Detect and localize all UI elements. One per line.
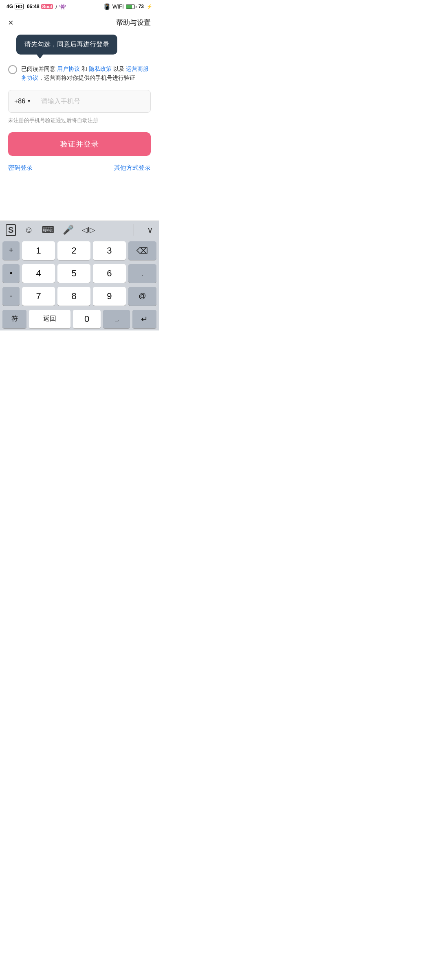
agreement-and1: 和 [80,66,89,72]
time: 06:48 [27,4,40,9]
keyboard: + 1 2 3 ⌫ • 4 5 6 . - 7 8 9 @ 符 返回 0 ⎵ ↵ [0,239,159,330]
key-1[interactable]: 1 [22,241,55,260]
toolbar-separator [134,224,134,236]
key-7[interactable]: 7 [22,287,55,306]
agreement-suffix: ，运营商将对你提供的手机号进行验证 [38,74,135,81]
emoji-icon[interactable]: ☺ [24,225,33,235]
key-3[interactable]: 3 [93,241,126,260]
input-divider [36,96,36,106]
agreement-text: 已阅读并同意 用户协议 和 隐私政策 以及 运营商服务协议，运营商将对你提供的手… [21,64,151,83]
key-back[interactable]: 返回 [29,310,70,328]
status-right: 📳 WiFi 73 ⚡ [103,3,152,10]
dropdown-arrow-icon: ▼ [27,99,31,103]
password-login-link[interactable]: 密码登录 [8,164,33,172]
phone-input-wrapper: +86 ▼ [8,90,151,113]
charging-icon: ⚡ [147,4,152,9]
other-login-link[interactable]: 其他方式登录 [114,164,151,172]
country-code-value: +86 [14,98,25,105]
settings-label: 帮助与设置 [116,18,151,27]
agreement-and2: 以及 [112,66,126,72]
top-nav: × 帮助与设置 [0,12,159,31]
agreement-checkbox[interactable] [8,65,17,74]
cursor-icon[interactable]: ◁I▷ [82,225,95,234]
country-code-selector[interactable]: +86 ▼ [14,98,31,105]
microphone-icon[interactable]: 🎤 [63,225,74,235]
key-4[interactable]: 4 [22,264,55,283]
agreement-prefix: 已阅读并同意 [21,66,57,72]
keyboard-toolbar: S ☺ ⌨ 🎤 ◁I▷ ∨ [0,221,159,239]
keyboard-row-3: - 7 8 9 @ [0,285,159,308]
user-agreement-link[interactable]: 用户协议 [57,66,80,72]
keyboard-row-1: + 1 2 3 ⌫ [0,239,159,262]
privacy-policy-link[interactable]: 隐私政策 [89,66,112,72]
keyboard-icon[interactable]: ⌨ [42,225,55,235]
bottom-links: 密码登录 其他方式登录 [0,164,159,172]
close-button[interactable]: × [8,18,13,27]
key-dot[interactable]: • [2,264,20,283]
signal-icon: 4G [7,4,13,9]
key-plus[interactable]: + [2,241,20,260]
key-backspace[interactable]: ⌫ [128,241,156,260]
verify-login-button[interactable]: 验证并登录 [8,132,151,156]
soul-icon: Soul [41,4,53,9]
music-icon: ♪ [55,3,57,10]
discord-icon: 👾 [59,3,66,10]
hd-icon: HD [15,4,24,9]
spacer [0,172,159,221]
key-2[interactable]: 2 [57,241,90,260]
key-6[interactable]: 6 [93,264,126,283]
key-at[interactable]: @ [128,287,156,306]
battery-percent: 73 [139,4,144,9]
battery-icon [126,4,136,9]
phone-number-input[interactable] [41,98,145,105]
agreement-row: 已阅读并同意 用户协议 和 隐私政策 以及 运营商服务协议，运营商将对你提供的手… [0,64,159,83]
key-9[interactable]: 9 [93,287,126,306]
keyboard-hide-icon[interactable]: ∨ [147,225,153,235]
tooltip-bubble: 请先勾选，同意后再进行登录 [16,35,117,55]
status-left: 4G HD 06:48 Soul ♪ 👾 [7,3,66,10]
key-5[interactable]: 5 [57,264,90,283]
wifi-icon: WiFi [112,3,124,10]
key-8[interactable]: 8 [57,287,90,306]
sogou-icon[interactable]: S [6,224,16,236]
hint-text: 未注册的手机号验证通过后将自动注册 [0,117,159,124]
tooltip-text: 请先勾选，同意后再进行登录 [24,41,109,48]
status-bar: 4G HD 06:48 Soul ♪ 👾 📳 WiFi 73 ⚡ [0,0,159,12]
key-enter[interactable]: ↵ [132,310,156,328]
key-space[interactable]: ⎵ [103,310,130,328]
vibrate-icon: 📳 [103,3,110,10]
keyboard-row-2: • 4 5 6 . [0,262,159,285]
key-symbols[interactable]: 符 [2,310,26,328]
key-minus[interactable]: - [2,287,20,306]
key-0[interactable]: 0 [73,310,101,328]
keyboard-row-4: 符 返回 0 ⎵ ↵ [0,308,159,330]
key-period[interactable]: . [128,264,156,283]
